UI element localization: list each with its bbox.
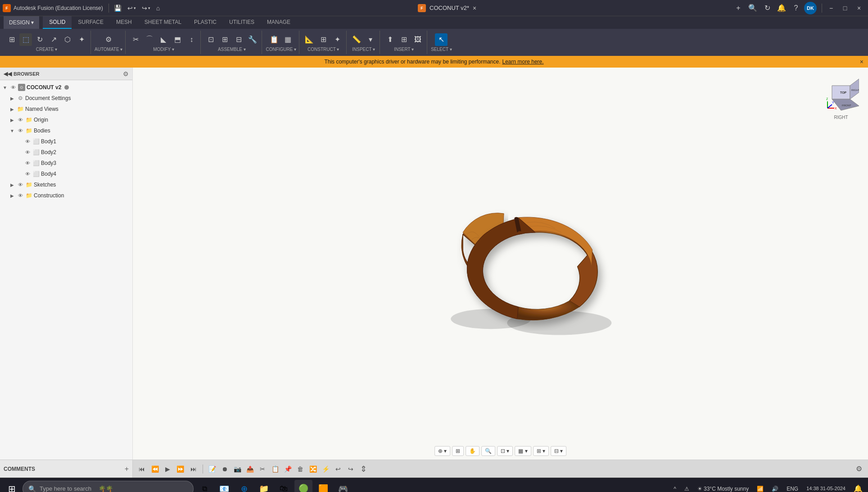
tl-add-icon[interactable]: 📝 [207,464,217,474]
fit-button[interactable]: ⊡ ▾ [497,446,513,456]
tl-drag-marker[interactable]: ⇕ [358,464,369,474]
alert-link[interactable]: Learn more here. [502,59,544,65]
minimize-button[interactable]: − [825,4,837,13]
tree-toggle-sketches[interactable]: ▶ [9,182,15,188]
tray-network[interactable]: 📶 [754,484,766,492]
insert-mesh-icon[interactable]: ⊞ [398,33,410,46]
table-icon[interactable]: ▦ [282,33,294,46]
zoom-button[interactable]: 🔍 [481,446,495,456]
eye-icon-body1[interactable]: 👁 [24,138,31,145]
undo-button[interactable]: ↩ ▾ [125,2,138,14]
timeline-step-fwd-button[interactable]: ⏩ [174,464,186,474]
help-button[interactable]: ? [790,2,802,14]
tl-record-icon[interactable]: ⏺ [219,464,230,474]
sync-button[interactable]: ↻ [761,2,773,14]
inspect-more-icon[interactable]: ▾ [364,33,377,46]
tree-toggle-root[interactable]: ▼ [2,84,8,91]
loft-icon[interactable]: ⬡ [61,33,74,46]
eye-icon-construction[interactable]: 👁 [17,192,24,199]
tree-item-root[interactable]: ▼ 👁 ⊙ COCONUT v2 [0,82,132,93]
notification-button[interactable]: 🔔 [775,2,788,14]
eye-icon-body2[interactable]: 👁 [24,149,31,156]
notification-center-button[interactable]: 🔔 [851,482,865,492]
sweep-icon[interactable]: ↗ [47,33,60,46]
tl-split-icon[interactable]: ⚡ [320,464,331,474]
tl-undo-icon[interactable]: ↩ [333,464,344,474]
browser-settings-button[interactable]: ⚙ [123,70,129,77]
tree-toggle-bodies[interactable]: ▼ [9,128,15,134]
tab-plastic[interactable]: PLASTIC [188,16,223,29]
tray-clock[interactable]: 14:38 31-05-2024 [804,483,848,492]
tl-delete-icon[interactable]: 🗑 [295,464,306,474]
close-doc-button[interactable]: × [473,5,476,12]
new-component-icon[interactable]: ⊞ [5,33,18,46]
eye-icon-body4[interactable]: 👁 [24,170,31,178]
as-built-joint-icon[interactable]: ⊞ [218,33,231,46]
taskbar-app-chrome[interactable]: 🟢 [294,480,312,492]
tree-toggle-origin[interactable]: ▶ [9,117,15,123]
timeline-step-back-button[interactable]: ⏪ [149,464,161,474]
tree-item-body4[interactable]: 👁 ⬜ Body4 [0,169,132,179]
user-avatar[interactable]: DK [804,2,817,14]
insert-derive-icon[interactable]: ⬆ [384,33,396,46]
tab-surface[interactable]: SURFACE [72,16,110,29]
maximize-button[interactable]: □ [839,4,851,13]
joint-icon[interactable]: ⊡ [204,33,217,46]
tree-item-body2[interactable]: 👁 ⬜ Body2 [0,147,132,158]
tree-item-body3[interactable]: 👁 ⬜ Body3 [0,158,132,169]
tl-paste-icon[interactable]: 📌 [282,464,293,474]
insert-label[interactable]: INSERT ▾ [394,47,414,52]
timeline-settings-button[interactable]: ⚙ [854,464,864,474]
measure-icon[interactable]: 📏 [350,33,363,46]
tab-mesh[interactable]: MESH [110,16,138,29]
tray-speaker[interactable]: 🔊 [769,484,781,492]
tree-toggle-doc[interactable]: ▶ [9,95,15,101]
tree-item-bodies[interactable]: ▼ 👁 📁 Bodies [0,125,132,136]
automate-label[interactable]: AUTOMATE ▾ [95,47,122,52]
tl-capture-icon[interactable]: 📷 [232,464,243,474]
tray-expand[interactable]: ^ [671,484,679,492]
taskbar-app-fusion[interactable]: 🟧 [314,480,332,492]
tree-item-sketches[interactable]: ▶ 👁 📁 Sketches [0,179,132,190]
tray-language[interactable]: ENG [784,484,801,492]
timeline-skip-start-button[interactable]: ⏮ [136,464,147,474]
viewport-more-button[interactable]: ⊟ ▾ [551,446,566,456]
automate-icon[interactable]: ⚙ [102,33,115,46]
eye-icon-root[interactable]: 👁 [9,84,17,91]
taskbar-search[interactable]: 🔍 Type here to search 🌴🌴 [23,481,194,492]
eye-icon-sketches[interactable]: 👁 [17,181,24,188]
add-comment-button[interactable]: + [125,465,129,473]
tray-battery-warning[interactable]: ⚠ [682,484,692,492]
taskbar-app-store[interactable]: 🛍 [275,480,293,492]
taskbar-app-extra[interactable]: 🎮 [334,480,352,492]
insert-image-icon[interactable]: 🖼 [411,33,424,46]
pan-button[interactable]: ✋ [466,446,479,456]
joint-origin-icon[interactable]: ⊟ [232,33,245,46]
tab-sheet-metal[interactable]: SHEET METAL [138,16,188,29]
tl-redo-icon[interactable]: ↪ [345,464,356,474]
tl-merge-icon[interactable]: 🔀 [307,464,318,474]
press-pull-icon[interactable]: ✂ [129,33,142,46]
construct-label[interactable]: CONSTRUCT ▾ [307,47,339,52]
create-label[interactable]: CREATE ▾ [36,47,58,52]
tree-item-doc-settings[interactable]: ▶ ⚙ Document Settings [0,93,132,104]
midplane-icon[interactable]: ⊞ [317,33,330,46]
eye-icon-body3[interactable]: 👁 [24,159,31,167]
search-button[interactable]: 🔍 [746,2,759,14]
eye-icon-origin[interactable]: 👁 [17,116,24,123]
eye-icon-bodies[interactable]: 👁 [17,127,24,134]
viewport[interactable]: TOP RIGHT FRONT X Z Y RIGHT ⊕ ▾ ⊞ ✋ 🔍 ⊡ … [133,68,868,460]
tree-item-origin[interactable]: ▶ 👁 📁 Origin [0,114,132,125]
tl-cut-icon[interactable]: ✂ [257,464,268,474]
taskbar-app-mail[interactable]: 📧 [215,480,233,492]
assemble-label[interactable]: ASSEMBLE ▾ [218,47,246,52]
display-mode-button[interactable]: ⊞ [452,446,464,456]
chamfer-icon[interactable]: ◣ [157,33,170,46]
draft-icon[interactable]: ↕ [185,33,198,46]
tree-item-construction[interactable]: ▶ 👁 📁 Construction [0,190,132,201]
timeline-skip-end-button[interactable]: ⏭ [188,464,199,474]
inspect-label[interactable]: INSPECT ▾ [352,47,375,52]
start-button[interactable]: ⊞ [3,480,21,492]
visual-style-button[interactable]: ▦ ▾ [515,446,531,456]
close-alert-button[interactable]: × [860,58,863,65]
